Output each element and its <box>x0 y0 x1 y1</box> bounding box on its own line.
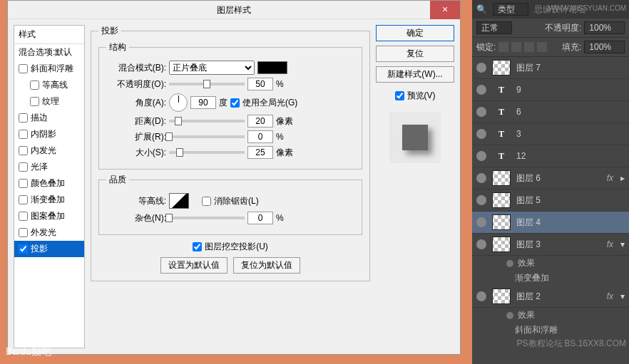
inner-shadow-checkbox[interactable] <box>19 130 28 139</box>
noise-slider[interactable] <box>169 213 245 223</box>
layer-thumbnail[interactable] <box>492 236 511 252</box>
drop-shadow-checkbox[interactable] <box>19 244 28 254</box>
layer-thumbnail[interactable] <box>492 214 511 230</box>
contour-picker[interactable] <box>169 193 189 209</box>
fx-badge[interactable]: fx <box>607 291 615 301</box>
fx-badge[interactable]: fx <box>607 173 615 183</box>
effects-row[interactable]: 效果 <box>472 308 629 323</box>
visibility-eye-icon[interactable] <box>476 217 486 227</box>
lock-position-icon[interactable] <box>511 42 521 52</box>
inner-glow-checkbox[interactable] <box>19 146 28 155</box>
layer-row[interactable]: T12 <box>472 145 629 167</box>
layer-thumbnail[interactable] <box>492 192 511 208</box>
style-bevel[interactable]: 斜面和浮雕 <box>14 61 84 77</box>
style-gradient-overlay[interactable]: 渐变叠加 <box>14 192 84 208</box>
spread-slider[interactable] <box>169 132 245 142</box>
effect-item[interactable]: 渐变叠加 <box>472 271 629 286</box>
stroke-checkbox[interactable] <box>19 113 28 123</box>
layer-name-label[interactable]: 图层 6 <box>516 172 601 184</box>
style-pattern-overlay[interactable]: 图案叠加 <box>14 208 84 224</box>
style-inner-shadow[interactable]: 内阴影 <box>14 126 84 142</box>
effect-item[interactable]: 斜面和浮雕 <box>472 323 629 338</box>
revert-default-button[interactable]: 复位为默认值 <box>233 257 300 274</box>
distance-slider[interactable] <box>169 116 245 126</box>
size-slider[interactable] <box>169 147 245 157</box>
satin-checkbox[interactable] <box>19 162 28 172</box>
preview-checkbox[interactable] <box>395 91 404 100</box>
visibility-eye-icon[interactable] <box>476 151 486 161</box>
style-contour[interactable]: 等高线 <box>14 77 84 93</box>
contour-checkbox[interactable] <box>30 80 39 90</box>
opacity-slider[interactable] <box>169 79 245 89</box>
layer-name-label[interactable]: 图层 3 <box>516 239 601 251</box>
layer-name-label[interactable]: 图层 5 <box>516 194 625 207</box>
lock-icon[interactable] <box>537 42 547 52</box>
lock-all-icon[interactable] <box>524 42 534 52</box>
shadow-color-swatch[interactable] <box>257 61 287 74</box>
search-icon[interactable]: 🔍 <box>476 4 487 14</box>
outer-glow-checkbox[interactable] <box>19 228 28 237</box>
effect-eye-icon[interactable] <box>506 312 513 319</box>
texture-checkbox[interactable] <box>30 97 39 106</box>
size-value[interactable]: 25 <box>247 146 273 159</box>
visibility-eye-icon[interactable] <box>476 63 486 73</box>
angle-value[interactable]: 90 <box>190 96 216 109</box>
effect-eye-icon[interactable] <box>506 260 513 267</box>
style-satin[interactable]: 光泽 <box>14 159 84 175</box>
lock-pixels-icon[interactable] <box>498 42 508 52</box>
new-style-button[interactable]: 新建样式(W)... <box>376 66 454 83</box>
visibility-eye-icon[interactable] <box>476 85 486 95</box>
layer-row[interactable]: 图层 5 <box>472 189 629 212</box>
set-default-button[interactable]: 设置为默认值 <box>160 257 227 274</box>
layer-name-label[interactable]: 图层 2 <box>516 291 601 303</box>
visibility-eye-icon[interactable] <box>476 173 486 183</box>
layer-thumbnail[interactable] <box>492 60 511 76</box>
noise-value[interactable]: 0 <box>247 212 273 224</box>
layer-row[interactable]: 图层 4 <box>472 212 629 234</box>
ok-button[interactable]: 确定 <box>376 25 454 41</box>
chevron-icon[interactable]: ▾ <box>620 239 625 249</box>
visibility-eye-icon[interactable] <box>476 195 486 205</box>
visibility-eye-icon[interactable] <box>476 291 486 301</box>
layer-name-label[interactable]: 图层 4 <box>516 217 625 229</box>
layer-name-label[interactable]: 图层 7 <box>516 62 625 74</box>
filter-type-combo[interactable]: 类型 <box>493 3 528 16</box>
fx-badge[interactable]: fx <box>607 239 615 249</box>
visibility-eye-icon[interactable] <box>476 129 486 139</box>
opacity-value[interactable]: 50 <box>247 78 273 90</box>
global-light-checkbox[interactable] <box>230 98 240 108</box>
layer-row[interactable]: T3 <box>472 123 629 145</box>
layer-blend-combo[interactable]: 正常 <box>476 21 512 34</box>
style-color-overlay[interactable]: 颜色叠加 <box>14 175 84 192</box>
style-stroke[interactable]: 描边 <box>14 110 84 126</box>
layer-name-label[interactable]: 12 <box>516 151 625 161</box>
spread-value[interactable]: 0 <box>247 130 273 143</box>
fill-value[interactable]: 100% <box>584 41 625 53</box>
visibility-eye-icon[interactable] <box>476 239 486 249</box>
layer-row[interactable]: T6 <box>472 101 629 123</box>
styles-header[interactable]: 样式 <box>14 26 84 44</box>
style-texture[interactable]: 纹理 <box>14 93 84 110</box>
blend-mode-select[interactable]: 正片叠底 <box>169 61 255 75</box>
layer-row[interactable]: T9 <box>472 79 629 101</box>
layer-row[interactable]: 图层 6fx▸ <box>472 167 629 189</box>
angle-dial[interactable] <box>169 93 188 112</box>
visibility-eye-icon[interactable] <box>476 107 486 117</box>
style-outer-glow[interactable]: 外发光 <box>14 224 84 241</box>
layer-name-label[interactable]: 9 <box>516 85 625 95</box>
layer-row[interactable]: 图层 3fx▾ <box>472 234 629 256</box>
effects-row[interactable]: 效果 <box>472 256 629 271</box>
bevel-checkbox[interactable] <box>19 64 28 73</box>
knockout-checkbox[interactable] <box>193 242 202 251</box>
layer-name-label[interactable]: 3 <box>516 129 625 139</box>
style-inner-glow[interactable]: 内发光 <box>14 142 84 159</box>
close-button[interactable]: × <box>430 1 460 19</box>
color-overlay-checkbox[interactable] <box>19 179 28 188</box>
distance-value[interactable]: 20 <box>247 115 273 128</box>
blend-defaults[interactable]: 混合选项:默认 <box>14 44 84 61</box>
style-drop-shadow[interactable]: 投影 <box>14 241 84 257</box>
dialog-titlebar[interactable]: 图层样式 × <box>8 1 460 19</box>
chevron-icon[interactable]: ▸ <box>620 173 625 183</box>
chevron-icon[interactable]: ▾ <box>620 291 625 301</box>
layer-row[interactable]: 图层 2fx▾ <box>472 286 629 308</box>
